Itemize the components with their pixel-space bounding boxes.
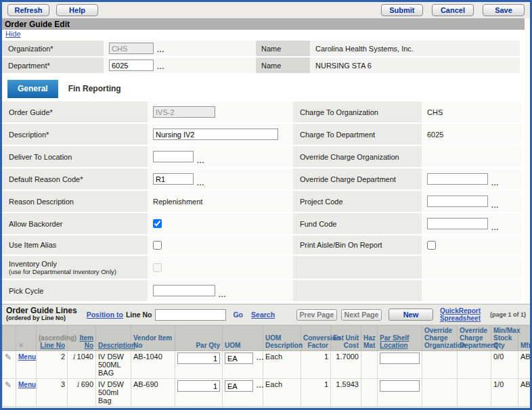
tab-general[interactable]: General	[7, 80, 58, 98]
uom-lookup-button[interactable]: ...	[257, 355, 264, 364]
titlebar: Order Guide Edit	[2, 18, 530, 30]
department-label: Department*	[2, 58, 104, 73]
department-name-label: Name	[256, 58, 310, 73]
row-menu-link[interactable]: Menu	[18, 381, 36, 388]
form-row-order-guide: Order Guide*	[2, 101, 293, 122]
conversion-factor-cell: 12	[301, 407, 331, 410]
organization-lookup-button[interactable]: ...	[157, 47, 164, 56]
row-menu-link[interactable]: Menu	[18, 353, 36, 361]
description-header[interactable]: Description	[96, 325, 131, 351]
uom-description-cell: Each	[263, 379, 301, 407]
haz-mat-header: Haz Mat	[361, 325, 378, 351]
override-charge-department-lookup-button[interactable]: ...	[491, 181, 499, 189]
cancel-button[interactable]: Cancel	[432, 4, 474, 16]
edit-pencil-icon[interactable]: ✎	[5, 380, 12, 390]
override-charge-department-header: Override Charge Department	[458, 325, 491, 351]
sort-ascending-note: (ascending)	[39, 334, 65, 342]
clear-column-icon[interactable]: ✕	[16, 325, 37, 351]
override-charge-department-input[interactable]	[427, 173, 488, 185]
deliver-to-location-input[interactable]	[153, 151, 194, 162]
uom-lookup-button[interactable]: ...	[257, 383, 264, 392]
inventory-only-label-main: Inventory Only	[9, 260, 148, 268]
use-item-alias-checkbox[interactable]	[153, 241, 162, 250]
organization-name-label: Name	[256, 41, 310, 56]
submit-button[interactable]: Submit	[381, 4, 423, 16]
description-input[interactable]	[153, 129, 278, 140]
par-qty-input[interactable]	[177, 380, 220, 392]
form-row-allow-backorder: Allow Backorder	[2, 213, 293, 234]
par-qty-input[interactable]	[177, 352, 220, 364]
default-reason-code-lookup-button[interactable]: ...	[197, 181, 204, 189]
form-row-default-reason-code: Default Reason Code* ...	[2, 168, 293, 189]
item-info-icon[interactable]: i	[72, 352, 75, 361]
empty-label-1	[293, 256, 422, 279]
project-code-lookup-button[interactable]: ...	[491, 203, 499, 212]
organization-label: Organization*	[2, 41, 104, 56]
uom-description-cell: Case	[263, 407, 301, 410]
empty-value-1	[422, 256, 522, 279]
deliver-to-location-label: Deliver To Location	[2, 146, 148, 167]
override-charge-organization-label: Override Charge Organization	[293, 146, 422, 167]
line-no-header[interactable]: (ascending)Line No	[37, 325, 68, 351]
print-aisle-bin-checkbox[interactable]	[427, 241, 436, 250]
edit-pencil-icon[interactable]: ✎	[5, 352, 12, 362]
haz-mat-cell	[361, 351, 378, 379]
deliver-to-location-lookup-button[interactable]: ...	[197, 158, 204, 167]
par-shelf-location-input[interactable]	[380, 380, 420, 392]
save-button[interactable]: Save	[483, 4, 525, 16]
form-row-charge-to-department: Charge To Department 6025	[293, 124, 522, 145]
organization-input[interactable]	[109, 43, 154, 54]
position-to-input[interactable]	[155, 309, 226, 321]
inventory-only-checkbox[interactable]	[153, 263, 162, 272]
uom-input[interactable]	[225, 380, 253, 392]
form-row-pick-cycle: Pick Cycle ...	[2, 280, 293, 301]
quick-report-link[interactable]: QuickReport	[440, 307, 481, 315]
haz-mat-cell	[361, 407, 378, 410]
override-charge-department-cell	[458, 407, 491, 410]
reason-description-value: Replenishment	[148, 191, 293, 212]
allow-backorder-checkbox[interactable]	[153, 219, 162, 228]
form-row-project-code: Project Code ...	[293, 191, 522, 212]
pick-cycle-label: Pick Cycle	[2, 280, 148, 301]
search-link[interactable]: Search	[251, 311, 275, 319]
help-button[interactable]: Help	[56, 4, 98, 16]
default-reason-code-input[interactable]	[153, 173, 194, 185]
department-lookup-button[interactable]: ...	[157, 64, 164, 73]
prev-page-button[interactable]: Prev Page	[296, 309, 337, 321]
fund-code-input[interactable]	[427, 218, 488, 229]
department-input[interactable]	[109, 60, 154, 71]
est-unit-cost-cell: 1.7000	[331, 351, 361, 379]
organization-row: Organization* ... Name Carolina Health S…	[2, 41, 530, 56]
pick-cycle-lookup-button[interactable]: ...	[219, 292, 226, 301]
refresh-button[interactable]: Refresh	[7, 4, 49, 16]
mfr-cell: AB	[518, 351, 531, 379]
go-button[interactable]: Go	[233, 311, 243, 319]
project-code-label: Project Code	[293, 191, 422, 212]
order-guide-input[interactable]	[153, 106, 215, 118]
uom-input[interactable]	[225, 352, 253, 364]
par-shelf-location-header[interactable]: Par Shelf Location	[378, 325, 422, 351]
position-to-link[interactable]: Position to	[87, 311, 123, 319]
spreadsheet-link[interactable]: Spreadsheet	[440, 315, 481, 322]
hide-link[interactable]: Hide	[5, 30, 21, 38]
empty-label-2	[293, 280, 422, 301]
new-line-button[interactable]: New	[389, 309, 433, 321]
form-row-print-aisle-bin: Print Aisle/Bin On Report	[293, 235, 522, 254]
page-title: Order Guide Edit	[2, 20, 70, 29]
charge-to-department-label: Charge To Department	[293, 124, 422, 145]
par-shelf-location-input[interactable]	[380, 352, 420, 364]
next-page-button[interactable]: Next Page	[341, 309, 382, 321]
uom-description-header: UOM Description	[263, 325, 301, 351]
uom-description-cell: Each	[263, 351, 301, 379]
context-section: Organization* ... Name Carolina Health S…	[2, 41, 530, 76]
order-guide-edit-page: Refresh Help Submit Cancel Save Order Gu…	[0, 0, 532, 410]
est-unit-cost-cell: 12.0000	[331, 407, 361, 410]
tab-fin-reporting[interactable]: Fin Reporting	[58, 80, 131, 98]
report-links: QuickReport Spreadsheet	[440, 307, 481, 322]
item-info-icon[interactable]: i	[76, 380, 79, 389]
pick-cycle-input[interactable]	[153, 285, 215, 296]
item-no-cell: 690	[81, 380, 93, 388]
fund-code-lookup-button[interactable]: ...	[491, 225, 499, 234]
project-code-input[interactable]	[427, 196, 488, 207]
table-row: ✎ Menu 4 i266 Direct IV D5W vi1102 ... C…	[3, 407, 531, 410]
